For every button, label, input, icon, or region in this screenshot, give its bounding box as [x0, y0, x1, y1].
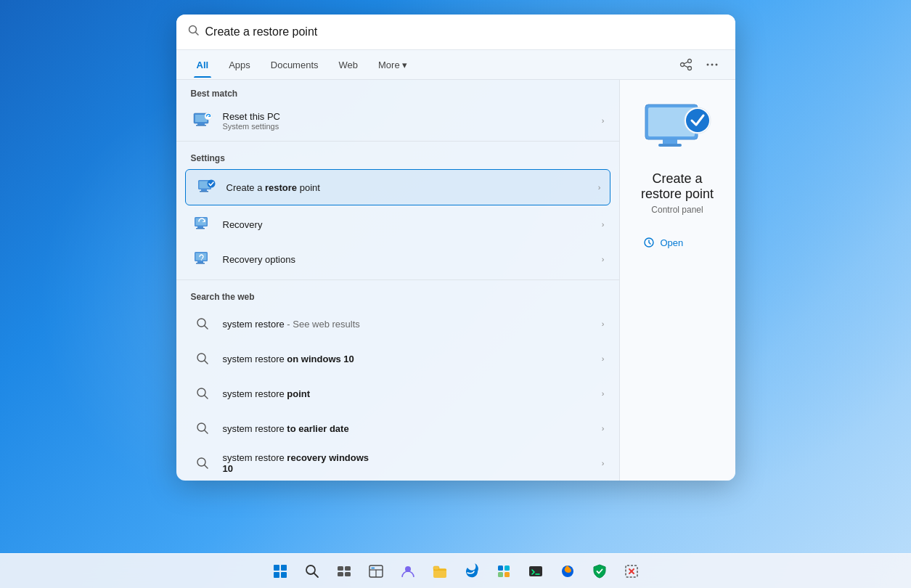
main-content: Best match R: [176, 80, 735, 481]
best-match-subtitle: System settings: [223, 122, 602, 131]
recovery-options-title: Recovery options: [223, 254, 602, 265]
web-search-icon-5: [191, 452, 214, 475]
file-explorer-button[interactable]: [425, 557, 454, 586]
web-search-icon-1: [191, 312, 214, 335]
recovery-text: Recovery: [223, 219, 602, 230]
task-view-button[interactable]: [330, 557, 359, 586]
share-icon[interactable]: [674, 53, 698, 76]
web-item-1-text: system restore - See web results: [223, 319, 602, 330]
svg-line-50: [314, 573, 318, 577]
terminal-button[interactable]: [521, 557, 550, 586]
tab-all[interactable]: All: [188, 52, 218, 78]
recovery-options-item[interactable]: Recovery options ›: [176, 242, 619, 277]
web-item-4-text: system restore to earlier date: [223, 423, 602, 434]
preview-icon-wrap: [641, 102, 714, 160]
open-button[interactable]: Open: [634, 232, 693, 253]
search-bar: [176, 15, 735, 50]
teams-button[interactable]: [393, 557, 422, 586]
tab-apps[interactable]: Apps: [220, 52, 259, 78]
reset-pc-icon: [191, 109, 214, 132]
svg-rect-12: [197, 123, 205, 125]
search-overlay: All Apps Documents Web More ▾: [176, 15, 735, 481]
recovery-item[interactable]: Recovery ›: [176, 207, 619, 242]
preview-title: Create a restore point: [634, 171, 721, 202]
taskbar-search[interactable]: [298, 557, 327, 586]
best-match-item[interactable]: Reset this PC System settings ›: [176, 103, 619, 138]
svg-rect-22: [197, 226, 203, 228]
svg-line-36: [204, 430, 208, 434]
best-match-title: Reset this PC: [223, 111, 602, 122]
svg-rect-53: [338, 572, 343, 576]
web-item-4-chevron: ›: [602, 424, 605, 433]
security-button[interactable]: [585, 557, 614, 586]
svg-rect-47: [274, 572, 279, 578]
recovery-options-chevron: ›: [602, 255, 605, 264]
widgets-button[interactable]: [361, 557, 391, 586]
create-restore-point-item[interactable]: Create a restore point ›: [185, 169, 610, 205]
svg-point-2: [687, 60, 691, 63]
tab-more[interactable]: More ▾: [369, 52, 416, 78]
taskbar: [0, 553, 911, 588]
svg-rect-13: [196, 125, 206, 126]
web-search-item-2[interactable]: system restore on windows 10 ›: [176, 341, 619, 376]
recovery-icon: [191, 213, 214, 236]
tabs-bar: All Apps Documents Web More ▾: [176, 50, 735, 80]
svg-rect-18: [200, 191, 208, 192]
web-item-5-title: system restore recovery windows10: [223, 452, 602, 474]
edge-button[interactable]: [457, 557, 486, 586]
web-search-item-3[interactable]: system restore point ›: [176, 376, 619, 411]
svg-point-7: [706, 64, 708, 66]
firefox-button[interactable]: [553, 557, 582, 586]
svg-line-5: [684, 62, 688, 64]
search-web-label: Search the web: [176, 283, 619, 306]
web-item-3-title: system restore point: [223, 388, 602, 399]
svg-rect-45: [274, 565, 279, 571]
store-button[interactable]: [489, 557, 518, 586]
web-search-item-1[interactable]: system restore - See web results ›: [176, 306, 619, 341]
svg-rect-54: [345, 572, 351, 576]
separator-1: [176, 141, 619, 142]
svg-point-3: [680, 63, 684, 67]
best-match-chevron: ›: [602, 116, 605, 125]
svg-rect-65: [529, 566, 542, 576]
web-item-3-text: system restore point: [223, 388, 602, 399]
svg-point-8: [711, 64, 713, 66]
separator-2: [176, 279, 619, 280]
web-item-2-text: system restore on windows 10: [223, 354, 602, 364]
snipping-tool-button[interactable]: [617, 557, 646, 586]
web-item-2-title: system restore on windows 10: [223, 354, 602, 364]
svg-line-1: [195, 33, 198, 36]
web-item-2-chevron: ›: [602, 354, 605, 363]
best-match-label: Best match: [176, 80, 619, 103]
svg-rect-23: [196, 228, 205, 229]
recovery-options-icon: [191, 248, 214, 271]
web-search-item-5[interactable]: system restore recovery windows10 ›: [176, 446, 619, 481]
web-item-3-chevron: ›: [602, 389, 605, 398]
search-input[interactable]: [205, 25, 724, 38]
svg-line-34: [204, 396, 208, 399]
tab-documents[interactable]: Documents: [262, 52, 327, 78]
web-item-5-chevron: ›: [602, 459, 605, 467]
svg-rect-25: [195, 253, 206, 261]
svg-rect-51: [338, 566, 343, 571]
web-item-1-chevron: ›: [602, 319, 605, 328]
preview-subtitle: Control panel: [651, 205, 703, 215]
web-item-5-text: system restore recovery windows10: [223, 452, 602, 474]
svg-rect-17: [201, 189, 207, 191]
svg-point-28: [200, 259, 202, 261]
svg-rect-52: [345, 566, 351, 571]
start-button[interactable]: [266, 557, 295, 586]
web-search-item-4[interactable]: system restore to earlier date ›: [176, 411, 619, 446]
tab-web[interactable]: Web: [330, 52, 367, 78]
svg-rect-64: [504, 572, 510, 577]
svg-rect-61: [498, 565, 503, 571]
web-search-icon-2: [191, 347, 214, 370]
preview-actions: Open: [634, 232, 721, 253]
recovery-title: Recovery: [223, 219, 602, 230]
more-options-icon[interactable]: [700, 53, 724, 76]
svg-line-30: [204, 326, 208, 330]
svg-rect-63: [498, 572, 503, 577]
svg-point-9: [715, 64, 717, 66]
create-restore-icon: [195, 176, 218, 199]
svg-rect-42: [658, 144, 682, 147]
